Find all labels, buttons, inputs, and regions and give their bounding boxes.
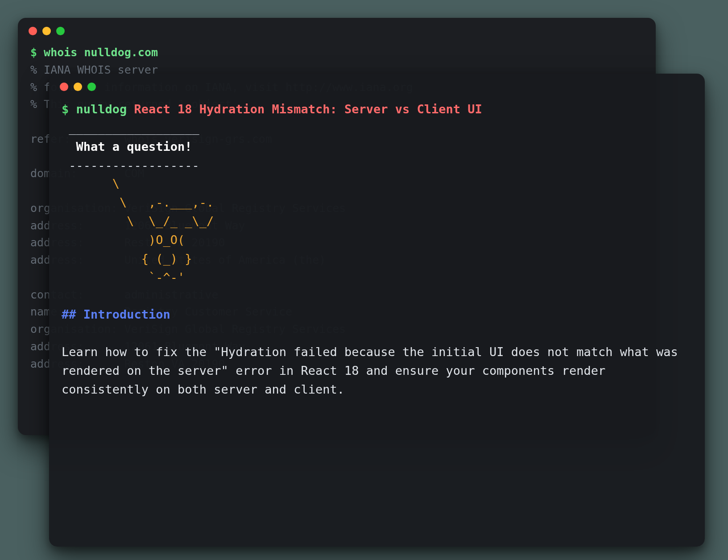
zoom-icon[interactable] [87, 83, 96, 91]
speech-bubble-text: What a question! [62, 140, 192, 153]
command-text: nulldog [76, 102, 134, 116]
article-title: React 18 Hydration Mismatch: Server vs C… [134, 102, 482, 116]
zoom-icon[interactable] [56, 27, 65, 35]
intro-paragraph: Learn how to fix the "Hydration failed b… [62, 345, 685, 396]
ascii-dog-icon: `-^-' [62, 270, 185, 284]
speech-bubble-bottom: ------------------ [62, 158, 199, 172]
ascii-dog-icon: \ \_/_ _\_/ [62, 214, 214, 228]
terminal-window-front: $ nulldog React 18 Hydration Mismatch: S… [49, 74, 705, 547]
section-heading: ## Introduction [62, 307, 170, 321]
speech-bubble-top: __________________ [62, 121, 199, 135]
terminal-output-front: $ nulldog React 18 Hydration Mismatch: S… [49, 95, 705, 411]
command-text: whois nulldog.com [44, 46, 158, 59]
ascii-dog-icon: \ ,-.___,-. [62, 195, 214, 209]
ascii-dog-icon: { (_) } [62, 252, 192, 265]
close-icon[interactable] [60, 83, 68, 91]
window-controls-back [18, 18, 656, 40]
window-controls-front [49, 74, 705, 95]
minimize-icon[interactable] [74, 83, 82, 91]
ascii-dog-icon: )O_O( [62, 233, 185, 247]
prompt-symbol: $ [30, 46, 44, 59]
close-icon[interactable] [29, 27, 37, 35]
ascii-dog-icon: \ [62, 177, 120, 191]
minimize-icon[interactable] [42, 27, 51, 35]
prompt-symbol: $ [62, 102, 76, 116]
